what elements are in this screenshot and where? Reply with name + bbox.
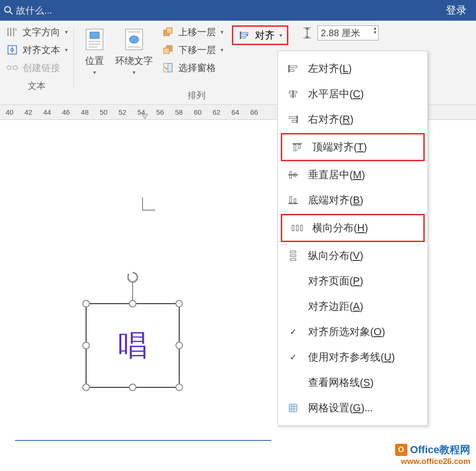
- align-dropdown: 左对齐(L)水平居中(C)右对齐(R)顶端对齐(T)垂直居中(M)底端对齐(B)…: [278, 51, 428, 426]
- resize-handle-sw[interactable]: [82, 384, 90, 391]
- ruler-indent-marker[interactable]: [141, 113, 149, 120]
- align-middle-v-icon: [286, 169, 300, 181]
- ruler-tick: 66: [250, 108, 269, 116]
- menu-item-label: 对齐页面(P): [308, 274, 363, 288]
- dist-v-icon: [286, 250, 300, 261]
- svg-rect-19: [168, 63, 172, 72]
- align-menu-dist-v[interactable]: 纵向分布(V): [278, 243, 428, 268]
- menu-item-label: 水平居中(C): [308, 87, 364, 101]
- tell-me-search[interactable]: 故什么...: [0, 4, 52, 17]
- dist-h-icon: [291, 222, 304, 234]
- svg-rect-5: [13, 66, 17, 70]
- ruler-tick: 60: [194, 108, 213, 116]
- align-menu-align-middle-v[interactable]: 垂直居中(M): [278, 162, 428, 188]
- bring-forward-icon: [161, 25, 175, 39]
- svg-rect-42: [294, 199, 296, 203]
- chevron-down-icon: ▾: [93, 69, 96, 76]
- align-text-icon: [6, 43, 19, 56]
- svg-rect-17: [164, 48, 169, 54]
- svg-rect-45: [301, 225, 302, 231]
- selection-pane-icon: [161, 61, 175, 74]
- login-button[interactable]: 登录: [446, 3, 467, 17]
- svg-rect-27: [290, 70, 294, 71]
- resize-handle-w[interactable]: [82, 342, 90, 349]
- svg-rect-46: [290, 251, 296, 253]
- svg-rect-32: [289, 117, 296, 118]
- svg-rect-26: [290, 66, 297, 68]
- svg-rect-7: [90, 32, 99, 39]
- align-menu-grid[interactable]: 网格设置(G)...: [278, 395, 428, 421]
- ruler-tick: 56: [156, 108, 175, 116]
- send-backward-button[interactable]: 下移一层 ▾: [161, 43, 223, 56]
- align-menu-o[interactable]: ✓对齐所选对象(O): [278, 319, 428, 345]
- selection-pane-button[interactable]: 选择窗格: [161, 61, 223, 74]
- ruler-tick: 46: [62, 108, 81, 116]
- align-menu-dist-h[interactable]: 横向分布(H): [281, 214, 425, 242]
- menu-item-label: 垂直居中(M): [308, 168, 365, 182]
- align-menu-a[interactable]: 对齐边距(A): [278, 294, 428, 319]
- align-menu-s[interactable]: 查看网格线(S): [278, 370, 428, 395]
- align-menu-u[interactable]: ✓使用对齐参考线(U): [278, 345, 428, 370]
- menu-item-label: 左对齐(L): [308, 62, 352, 76]
- position-button[interactable]: 位置 ▾: [79, 25, 110, 77]
- svg-text:A: A: [15, 27, 17, 31]
- resize-handle-s[interactable]: [129, 384, 136, 391]
- resize-handle-e[interactable]: [175, 342, 183, 349]
- svg-rect-47: [290, 255, 296, 257]
- resize-handle-nw[interactable]: [82, 300, 90, 307]
- resize-handle-n[interactable]: [129, 300, 136, 307]
- office-logo-icon: O: [395, 444, 407, 456]
- title-bar: 故什么... 登录: [0, 0, 476, 21]
- menu-item-label: 网格设置(G)...: [308, 401, 373, 415]
- menu-item-label: 右对齐(R): [308, 112, 354, 126]
- svg-rect-41: [290, 196, 292, 203]
- bottom-border-line: [15, 440, 271, 441]
- align-menu-align-bottom[interactable]: 底端对齐(B): [278, 188, 428, 213]
- menu-item-label: 对齐所选对象(O): [308, 325, 385, 339]
- resize-handle-se[interactable]: [175, 384, 183, 391]
- ruler-tick: 64: [231, 108, 250, 116]
- selected-textbox[interactable]: 唱: [86, 303, 180, 388]
- align-center-h-icon: [286, 88, 300, 100]
- height-spinner[interactable]: 2.88 厘米 ▲▼: [317, 25, 379, 40]
- align-button[interactable]: 对齐▾: [232, 25, 288, 45]
- ribbon-group-text: A 文字方向▾ 对齐文本▾ 创建链接 文本: [0, 25, 73, 102]
- watermark-url: www.office26.com: [395, 457, 470, 466]
- group-label-text: 文本: [28, 80, 46, 92]
- ruler-tick: 52: [119, 108, 137, 116]
- position-icon: [81, 26, 108, 53]
- align-menu-p[interactable]: 对齐页面(P): [278, 268, 428, 294]
- spinner-arrows[interactable]: ▲▼: [373, 26, 377, 35]
- group-label-arrange: 排列: [188, 89, 206, 102]
- align-text-button[interactable]: 对齐文本▾: [6, 43, 68, 56]
- link-icon: [6, 61, 19, 74]
- resize-handle-ne[interactable]: [175, 300, 183, 307]
- align-menu-align-right[interactable]: 右对齐(R): [278, 107, 428, 132]
- ruler-tick: 50: [100, 108, 119, 116]
- size-height-control[interactable]: 2.88 厘米 ▲▼: [301, 25, 379, 40]
- text-direction-button[interactable]: A 文字方向▾: [6, 25, 68, 39]
- svg-rect-4: [7, 66, 11, 70]
- svg-rect-33: [292, 120, 296, 122]
- wrap-text-button[interactable]: 环绕文字 ▾: [113, 25, 155, 77]
- blank-icon: ✓: [286, 326, 300, 338]
- send-backward-icon: [161, 43, 175, 56]
- menu-item-label: 使用对齐参考线(U): [308, 350, 395, 364]
- ruler-tick: 58: [175, 108, 194, 116]
- align-menu-align-center-h[interactable]: 水平居中(C): [278, 81, 428, 107]
- crop-mark: [142, 197, 155, 211]
- menu-item-label: 底端对齐(B): [308, 193, 363, 207]
- align-menu-align-top[interactable]: 顶端对齐(T): [281, 133, 425, 161]
- ruler-tick: 40: [6, 108, 24, 116]
- align-right-icon: [286, 114, 300, 125]
- align-icon: [238, 29, 251, 42]
- align-menu-align-left[interactable]: 左对齐(L): [278, 56, 428, 81]
- chevron-down-icon: ▾: [221, 47, 223, 53]
- blank-icon: [286, 301, 300, 312]
- rotation-handle[interactable]: [126, 270, 140, 286]
- bring-forward-button[interactable]: 上移一层 ▾: [161, 25, 223, 39]
- align-bottom-icon: [286, 195, 300, 206]
- text-direction-icon: A: [6, 25, 19, 39]
- watermark: O Office教程网 www.office26.com: [395, 443, 470, 466]
- svg-rect-44: [296, 225, 298, 231]
